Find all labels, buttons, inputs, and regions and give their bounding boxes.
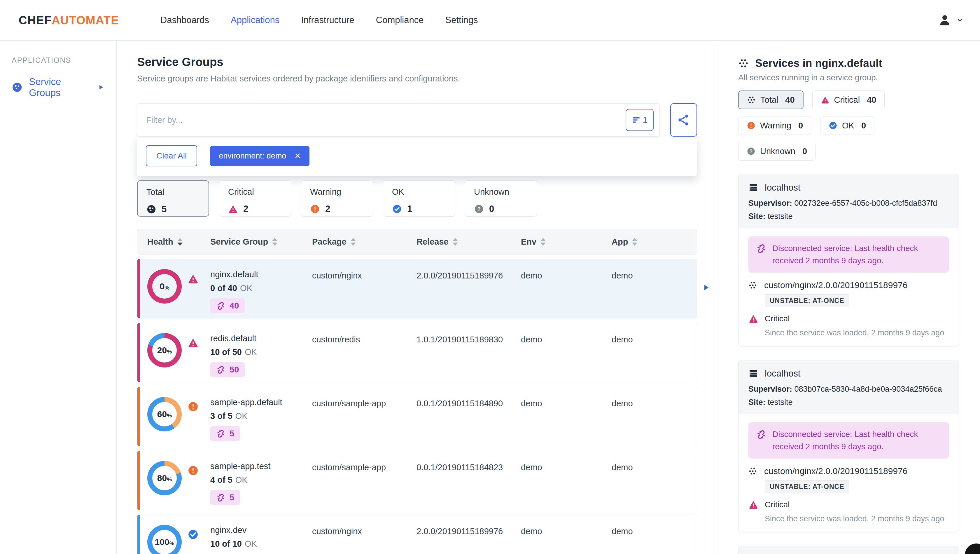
service-card: localhost Supervisor: 002732ee-6557-405c…	[738, 174, 959, 346]
svg-text:?: ?	[477, 206, 480, 212]
critical-triangle-icon	[228, 204, 238, 214]
disconnected-alert: Disconnected service: Last health check …	[748, 422, 949, 458]
nav-compliance[interactable]: Compliance	[376, 15, 424, 26]
table-row[interactable]: 80% sample-app.test 4 of 5OK 5	[137, 451, 697, 510]
column-header-release[interactable]: Release	[417, 237, 521, 247]
tile-total[interactable]: Total 5	[137, 180, 209, 217]
health-cell: 0%	[147, 259, 210, 303]
release-cell: 1.0.1/20190115189830	[417, 323, 521, 345]
status-tiles: Total 5 Critical 2 Warning	[137, 180, 697, 217]
health-status-label: Critical	[765, 500, 790, 509]
disconnected-alert: Disconnected service: Last health check …	[748, 236, 949, 273]
env-cell: demo	[521, 259, 612, 281]
table-row[interactable]: 100% nginx.dev 10 of 10OK 10	[137, 515, 697, 554]
habitat-dots-icon	[738, 58, 749, 69]
ok-check-icon	[392, 204, 402, 214]
clear-all-button[interactable]: Clear All	[146, 145, 197, 166]
panel-title: Services in nginx.default	[755, 57, 882, 69]
tile-count: 2	[243, 204, 248, 214]
table-row[interactable]: 20% redis.default 10 of 50OK 50	[137, 323, 697, 382]
service-groups-table: Health Service Group Package Release	[137, 229, 697, 554]
pill-critical[interactable]: Critical 40	[812, 91, 885, 109]
service-card: localhost Supervisor: 0c0a6b1f-f9f2-4fe6…	[738, 546, 959, 554]
chef-automate-logo[interactable]: CHEFAUTOMATE	[19, 14, 119, 27]
warning-circle-icon	[310, 204, 320, 214]
share-button[interactable]	[670, 103, 697, 137]
pill-unknown[interactable]: ? Unknown 0	[738, 142, 816, 161]
tile-count: 2	[325, 204, 330, 214]
health-donut: 0%	[147, 269, 182, 303]
main-content: Service Groups Service groups are Habita…	[117, 41, 718, 554]
sort-icon	[541, 238, 546, 246]
tile-warning[interactable]: Warning 2	[301, 180, 373, 217]
tile-unknown[interactable]: Unknown ? 0	[465, 180, 537, 217]
pill-warning[interactable]: Warning 0	[738, 116, 811, 135]
filter-chip-environment-demo[interactable]: environment: demo ✕	[210, 146, 309, 166]
supervisor-id: 083b07ca-5830-4a8d-be0a-9034a25f66ca	[794, 385, 942, 393]
column-header-package[interactable]: Package	[312, 237, 417, 247]
page-subtitle: Service groups are Habitat services orde…	[137, 74, 697, 83]
panel-subtitle: All services running in a service group.	[738, 73, 959, 82]
tile-count: 0	[489, 204, 494, 214]
table-row[interactable]: 0% nginx.default 0 of 40OK 40	[137, 259, 697, 318]
server-icon	[748, 183, 758, 193]
service-groups-icon	[12, 81, 22, 93]
nav-dashboards[interactable]: Dashboards	[161, 15, 209, 26]
service-group-name: sample-app.test	[210, 461, 312, 471]
disconnected-broken-link-icon	[216, 429, 226, 438]
health-donut: 80%	[147, 461, 182, 495]
tile-critical[interactable]: Critical 2	[219, 180, 291, 217]
package-cell: custom/sample-app	[312, 387, 417, 408]
table-header: Health Service Group Package Release	[137, 229, 697, 254]
sort-icon	[351, 238, 356, 246]
package-cell: custom/sample-app	[312, 451, 417, 472]
column-header-app[interactable]: App	[612, 237, 697, 247]
nav-settings[interactable]: Settings	[445, 15, 478, 26]
filter-count-button[interactable]: 1	[625, 109, 654, 131]
site-name: testsite	[768, 212, 793, 221]
env-cell: demo	[521, 323, 612, 345]
filter-bar: 1	[137, 103, 697, 137]
app-cell: demo	[612, 323, 697, 345]
unknown-question-icon: ?	[474, 204, 484, 214]
disconnected-broken-link-icon	[216, 493, 226, 502]
pill-total[interactable]: Total 40	[738, 91, 803, 109]
table-row[interactable]: 60% sample-app.default 3 of 5OK 5	[137, 387, 697, 446]
package-cell: custom/nginx	[312, 515, 417, 536]
selected-row-caret-right-icon	[702, 283, 711, 292]
disconnected-count-badge: 50	[210, 362, 245, 377]
page-title: Service Groups	[137, 56, 697, 69]
warning-circle-icon	[747, 121, 756, 130]
caret-right-icon	[97, 83, 104, 91]
column-header-env[interactable]: Env	[521, 237, 612, 247]
filter-input[interactable]	[146, 115, 625, 125]
column-header-service-group[interactable]: Service Group	[210, 237, 312, 247]
tile-label: Total	[146, 187, 208, 197]
service-card-body: Disconnected service: Last health check …	[738, 228, 959, 346]
health-donut: 60%	[147, 397, 182, 431]
sort-icon	[272, 238, 277, 246]
service-card-header: localhost Supervisor: 0c0a6b1f-f9f2-4fe6…	[738, 546, 959, 554]
user-menu[interactable]	[938, 13, 964, 27]
nav-applications[interactable]: Applications	[231, 15, 279, 26]
service-groups-icon	[146, 204, 156, 214]
sidebar-heading: APPLICATIONS	[12, 56, 116, 64]
critical-triangle-icon	[748, 500, 758, 509]
close-icon[interactable]: ✕	[294, 152, 301, 161]
service-card-header: localhost Supervisor: 083b07ca-5830-4a8d…	[738, 360, 959, 414]
health-donut: 100%	[147, 525, 182, 554]
warning-circle-icon	[188, 401, 199, 412]
tile-ok[interactable]: OK 1	[383, 180, 455, 217]
pill-ok[interactable]: OK 0	[820, 116, 874, 135]
filter-lines-icon	[632, 115, 642, 125]
service-group-name: nginx.dev	[210, 525, 312, 535]
service-group-cell: sample-app.test 4 of 5OK 5	[210, 451, 312, 505]
logo-chef-text: CHEF	[19, 14, 52, 27]
habitat-dots-icon	[748, 467, 757, 476]
column-header-health[interactable]: Health	[147, 237, 210, 247]
sort-icon	[632, 238, 637, 246]
sidebar-item-service-groups[interactable]: Service Groups	[12, 76, 116, 98]
sidebar: APPLICATIONS Service Groups	[0, 41, 117, 554]
site-name: testsite	[768, 398, 793, 407]
nav-infrastructure[interactable]: Infrastructure	[301, 15, 355, 26]
